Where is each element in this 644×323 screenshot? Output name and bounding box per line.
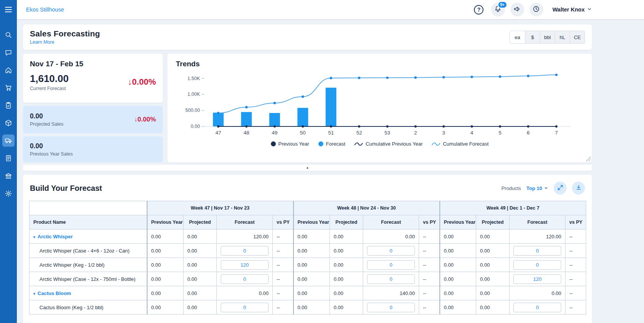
expand-table-button[interactable] <box>554 182 567 195</box>
history-clock-icon <box>532 5 540 14</box>
topbar-actions: ? 9+ <box>472 3 592 16</box>
previous-year-cell: 0.00 <box>440 244 476 258</box>
sidebar-item-messages[interactable] <box>2 46 15 59</box>
projected-cell: 0.00 <box>330 272 363 286</box>
week-group-header: Week 49 | Dec 1 - Dec 7 <box>440 201 586 215</box>
help-icon: ? <box>474 5 483 15</box>
projected-sales-value: 0.00 <box>30 112 64 120</box>
forecast-input[interactable] <box>221 260 269 270</box>
down-arrow-icon: ↓ <box>128 77 132 87</box>
forecast-input[interactable] <box>513 246 561 256</box>
projected-sales-card: 0.00 Projected Sales ↓0.00% <box>23 106 163 133</box>
products-label: Products <box>501 185 521 191</box>
product-name-cell: Arctic Whisper (Case - 4×6 - 12oz - Can) <box>29 244 147 258</box>
forecast-input[interactable] <box>221 303 269 312</box>
forecast-cell <box>510 300 565 315</box>
truck-icon <box>5 137 12 144</box>
gear-icon <box>5 190 12 197</box>
product-name-cell: Arctic Whisper (Keg - 1/2 bbl) <box>29 258 147 272</box>
sidebar-item-reports[interactable] <box>2 152 15 164</box>
forecast-input[interactable] <box>513 303 561 312</box>
table-row: Arctic Whisper (Case - 12x - 750ml - Bot… <box>29 272 586 286</box>
legend-item[interactable]: Previous Year <box>271 141 309 147</box>
learn-more-link[interactable]: Learn More <box>30 39 54 45</box>
vs-py-cell: -- <box>273 230 293 244</box>
resize-handle[interactable] <box>586 156 591 161</box>
topbar: Ekos Stillhouse ? 9+ <box>17 0 644 19</box>
sidebar-item-deliveries[interactable] <box>2 134 15 147</box>
legend-wave-icon <box>354 142 363 146</box>
vs-py-cell: -- <box>419 258 440 272</box>
previous-year-cell: 0.00 <box>147 300 184 315</box>
sidebar-item-purchasing[interactable] <box>2 82 15 94</box>
forecast-cell: 120.00 <box>217 230 273 244</box>
forecast-input[interactable] <box>367 260 415 270</box>
user-menu[interactable]: Walter Knox <box>552 7 592 13</box>
projected-cell: 0.00 <box>476 286 510 300</box>
previous-year-cell: 0.00 <box>440 230 476 244</box>
sidebar-item-home[interactable] <box>2 64 15 76</box>
forecast-cell <box>363 300 419 315</box>
product-name-cell: Cactus Bloom (Keg - 1/2 bbl) <box>29 300 147 315</box>
collapse-chart-button[interactable]: ▲ <box>23 165 592 171</box>
week-group-header: Week 48 | Nov 24 - Nov 30 <box>293 201 440 215</box>
projected-cell: 0.00 <box>330 244 363 258</box>
forecast-input[interactable] <box>367 303 415 312</box>
svg-text:53: 53 <box>384 130 390 136</box>
projected-cell: 0.00 <box>184 300 217 315</box>
forecast-input[interactable] <box>221 274 269 284</box>
product-name-header: Product Name <box>29 215 147 230</box>
column-header: vs PY <box>565 215 586 230</box>
menu-button[interactable] <box>0 0 17 19</box>
products-filter-dropdown[interactable]: Top 10 <box>526 185 548 191</box>
forecast-input[interactable] <box>513 274 561 284</box>
sidebar-item-accounting[interactable] <box>2 170 15 182</box>
svg-text:500.00: 500.00 <box>185 108 200 113</box>
forecast-input[interactable] <box>513 260 561 270</box>
product-toggle[interactable]: ▾Cactus Bloom <box>29 286 147 300</box>
unit-option-usd[interactable]: $ <box>525 31 540 43</box>
notifications-button[interactable]: 9+ <box>491 3 505 16</box>
current-forecast-value: 1,610.00 <box>30 73 69 85</box>
home-icon <box>5 66 12 74</box>
projected-cell: 0.00 <box>330 258 363 272</box>
sidebar-item-settings[interactable] <box>2 187 15 200</box>
sidebar-item-production[interactable] <box>2 99 15 111</box>
projected-cell: 0.00 <box>330 300 363 315</box>
vs-py-cell: -- <box>273 300 293 315</box>
column-header: Projected <box>330 215 363 230</box>
vs-py-cell: -- <box>419 244 440 258</box>
forecast-input[interactable] <box>367 246 415 256</box>
vs-py-cell: -- <box>273 272 293 286</box>
unit-option-hl[interactable]: hL <box>555 31 570 43</box>
help-button[interactable]: ? <box>472 3 486 16</box>
unit-option-ea[interactable]: ea <box>510 31 525 43</box>
sidebar-item-search[interactable] <box>2 29 15 41</box>
forecast-controls: Products Top 10 <box>501 182 585 195</box>
vs-py-cell: -- <box>565 300 586 315</box>
forecast-cell <box>217 272 273 286</box>
legend-dot-icon <box>271 141 276 146</box>
svg-text:1.50K: 1.50K <box>187 76 200 81</box>
announcements-button[interactable] <box>510 3 524 16</box>
previous-year-cell: 0.00 <box>440 258 476 272</box>
history-button[interactable] <box>529 3 543 16</box>
legend-item[interactable]: Cumulative Previous Year <box>354 141 423 147</box>
unit-option-ce[interactable]: CE <box>570 31 585 43</box>
previous-year-cell: 0.00 <box>293 258 330 272</box>
projected-cell: 0.00 <box>184 258 217 272</box>
forecast-input[interactable] <box>367 274 415 284</box>
projected-cell: 0.00 <box>184 230 217 244</box>
megaphone-icon <box>513 5 521 14</box>
svg-text:7: 7 <box>555 130 558 136</box>
chevron-down-icon <box>587 7 592 13</box>
legend-item[interactable]: Forecast <box>318 141 346 147</box>
legend-dot-icon <box>318 141 323 146</box>
download-button[interactable] <box>572 182 585 195</box>
forecast-input[interactable] <box>221 246 269 256</box>
sidebar-item-inventory[interactable] <box>2 117 15 129</box>
forecast-cell: 140.00 <box>363 286 419 300</box>
legend-item[interactable]: Cumulative Forecast <box>432 141 488 147</box>
unit-option-bbl[interactable]: bbl <box>540 31 555 43</box>
product-toggle[interactable]: ▾Arctic Whisper <box>29 230 147 244</box>
